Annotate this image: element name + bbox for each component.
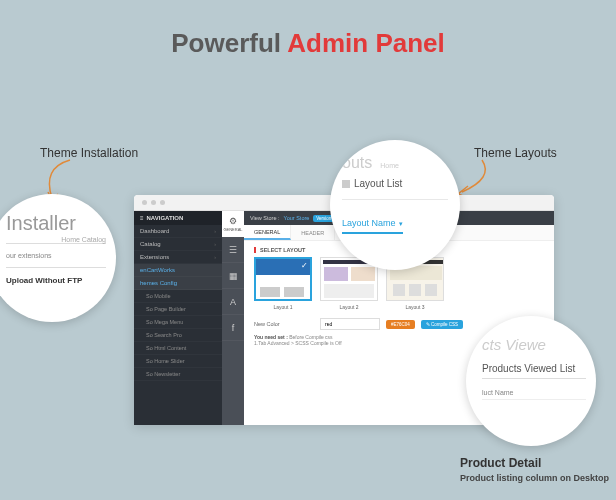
square-icon — [342, 180, 350, 188]
check-icon: ✓ — [301, 261, 308, 270]
iconbar-general[interactable]: ⚙GENERAL — [222, 211, 244, 237]
products-viewed-title: Products Viewed List — [482, 363, 586, 379]
installer-title: Installer — [6, 212, 106, 235]
compile-css-button[interactable]: ✎ Compile CSS — [421, 320, 463, 329]
sidebar-item-extensions[interactable]: Extensions› — [134, 251, 222, 264]
sidebar-item-themes-config[interactable]: hemes Config — [134, 277, 222, 290]
layout-list-label: Layout List — [354, 178, 402, 189]
bars-icon: ☰ — [229, 245, 237, 255]
window-dot[interactable] — [160, 200, 165, 205]
title-part2: Admin Panel — [287, 28, 444, 58]
sidebar-item-label: So Page Builder — [146, 306, 186, 312]
zoom-product-detail: cts Viewe Products Viewed List luct Name — [466, 316, 596, 446]
new-color-label: New Color — [254, 321, 314, 327]
tab-header[interactable]: HEADER — [291, 225, 335, 240]
layouts-home: Home — [380, 162, 399, 169]
sidebar-item-label: Dashboard — [140, 228, 169, 234]
sidebar-item-label: So Html Content — [146, 345, 186, 351]
layout-caption: Layout 3 — [386, 304, 444, 310]
title-part1: Powerful — [171, 28, 287, 58]
layout-caption: Layout 2 — [320, 304, 378, 310]
layout-card-1[interactable]: ✓ Layout 1 — [254, 257, 312, 310]
iconbar-social[interactable]: f — [222, 315, 244, 341]
sidebar-item-label: hemes Config — [140, 280, 177, 286]
sidebar-item-label: So Home Slider — [146, 358, 185, 364]
installer-upload-label: Upload Without FTP — [6, 276, 106, 285]
products-fade: cts Viewe — [482, 336, 586, 353]
layout-list-title: Layout List — [342, 178, 448, 189]
sidebar-header-label: NAVIGATION — [147, 215, 184, 221]
note-line2: 1.Tab Advanced > SCSS Compile is Off — [254, 340, 342, 346]
layout-name-link[interactable]: Layout Name▾ — [342, 218, 403, 234]
sidebar-item-so-mobile[interactable]: So Mobile — [134, 290, 222, 303]
iconbar-label: GENERAL — [223, 227, 242, 232]
sidebar-item-catalog[interactable]: Catalog› — [134, 238, 222, 251]
sidebar-item-so-search-pro[interactable]: So Search Pro — [134, 329, 222, 342]
sidebar-header: ≡ NAVIGATION — [134, 211, 222, 225]
compile-label: Compile CSS — [431, 322, 458, 327]
zoom-theme-layouts: outsHome Layout List Layout Name▾ — [330, 140, 460, 270]
sidebar-item-label: enCartWorks — [140, 267, 175, 273]
iconbar-grid[interactable]: ▦ — [222, 263, 244, 289]
sidebar-item-label: So Mobile — [146, 293, 170, 299]
store-link[interactable]: Your Store — [284, 215, 310, 221]
products-row: luct Name — [482, 389, 586, 400]
sidebar-item-label: So Mega Menu — [146, 319, 183, 325]
page-title: Powerful Admin Panel — [0, 0, 616, 59]
window-dot[interactable] — [142, 200, 147, 205]
sidebar-item-label: So Search Pro — [146, 332, 182, 338]
section-iconbar: ⚙GENERAL ☰ ▦ A f — [222, 211, 244, 425]
sidebar-item-so-home-slider[interactable]: So Home Slider — [134, 355, 222, 368]
new-color-input[interactable] — [320, 318, 380, 330]
sidebar-item-label: Extensions — [140, 254, 169, 260]
iconbar-font[interactable]: A — [222, 289, 244, 315]
chevron-down-icon: ▾ — [399, 220, 403, 227]
layout-caption: Layout 1 — [254, 304, 312, 310]
font-icon: A — [230, 297, 236, 307]
installer-breadcrumb: Home Catalog — [61, 236, 106, 243]
chevron-right-icon: › — [214, 254, 216, 260]
sidebar-item-label: Catalog — [140, 241, 161, 247]
label-product-detail: Product Detail Product listing column on… — [460, 456, 609, 483]
facebook-icon: f — [232, 323, 235, 333]
hex-color-button[interactable]: #E76C04 — [386, 320, 415, 329]
sidebar-item-encartworks[interactable]: enCartWorks — [134, 264, 222, 277]
view-store-label: View Store : — [250, 215, 280, 221]
window-dot[interactable] — [151, 200, 156, 205]
label-product-detail-title: Product Detail — [460, 456, 541, 470]
layouts-fade: outs — [342, 154, 372, 171]
sidebar-item-dashboard[interactable]: Dashboard› — [134, 225, 222, 238]
gear-icon: ⚙ — [229, 216, 237, 226]
iconbar-bars[interactable]: ☰ — [222, 237, 244, 263]
sidebar-item-so-newsletter[interactable]: So Newsletter — [134, 368, 222, 381]
layout-name-label: Layout Name — [342, 218, 396, 228]
sidebar-item-so-page-builder[interactable]: So Page Builder — [134, 303, 222, 316]
tab-general[interactable]: GENERAL — [244, 225, 291, 240]
label-product-detail-sub: Product listing column on Desktop — [460, 473, 609, 483]
hex-value: #E76C04 — [391, 322, 410, 327]
chevron-right-icon: › — [214, 241, 216, 247]
zoom-theme-installation: Installer Home Catalog our extensions Up… — [0, 194, 116, 322]
layout-thumb-1: ✓ — [254, 257, 312, 301]
chevron-right-icon: › — [214, 228, 216, 234]
installer-row: our extensions — [6, 252, 106, 259]
sidebar-item-so-html-content[interactable]: So Html Content — [134, 342, 222, 355]
navigation-sidebar: ≡ NAVIGATION Dashboard› Catalog› Extensi… — [134, 211, 222, 425]
menu-icon[interactable]: ≡ — [140, 215, 144, 221]
sidebar-item-so-mega-menu[interactable]: So Mega Menu — [134, 316, 222, 329]
grid-icon: ▦ — [229, 271, 238, 281]
sidebar-item-label: So Newsletter — [146, 371, 180, 377]
